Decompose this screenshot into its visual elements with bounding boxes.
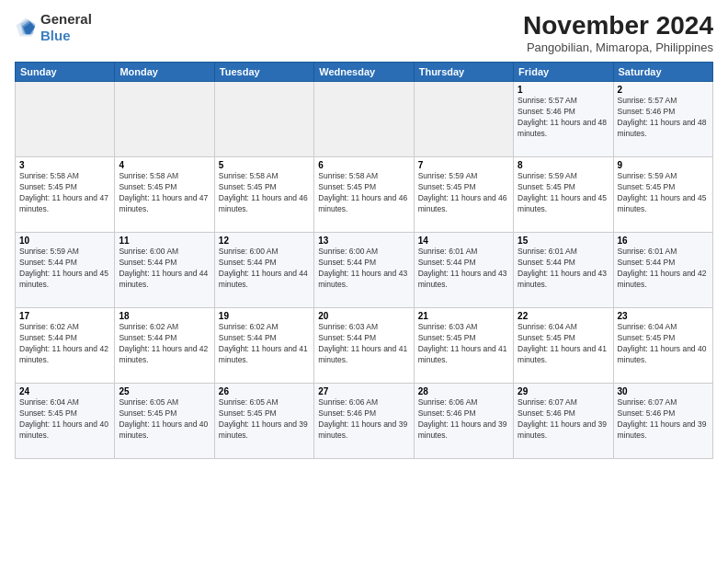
day-number: 19	[219, 311, 310, 321]
day-info: Sunrise: 5:59 AMSunset: 5:45 PMDaylight:…	[618, 171, 709, 215]
day-number: 27	[318, 386, 409, 396]
day-info: Sunrise: 6:02 AMSunset: 5:44 PMDaylight:…	[119, 322, 210, 366]
day-number: 6	[318, 160, 409, 170]
day-info: Sunrise: 6:01 AMSunset: 5:44 PMDaylight:…	[618, 247, 709, 291]
calendar-header-tuesday: Tuesday	[214, 63, 313, 82]
calendar-cell: 29Sunrise: 6:07 AMSunset: 5:46 PMDayligh…	[514, 384, 613, 459]
calendar-week-2: 3Sunrise: 5:58 AMSunset: 5:45 PMDaylight…	[16, 157, 713, 233]
calendar-cell: 6Sunrise: 5:58 AMSunset: 5:45 PMDaylight…	[314, 157, 414, 233]
day-info: Sunrise: 6:01 AMSunset: 5:44 PMDaylight:…	[418, 247, 509, 291]
day-number: 9	[618, 160, 709, 170]
day-number: 16	[618, 236, 709, 246]
calendar-cell: 18Sunrise: 6:02 AMSunset: 5:44 PMDayligh…	[115, 308, 214, 384]
calendar-cell: 27Sunrise: 6:06 AMSunset: 5:46 PMDayligh…	[314, 384, 414, 459]
day-info: Sunrise: 5:59 AMSunset: 5:45 PMDaylight:…	[518, 171, 609, 215]
day-number: 17	[19, 311, 110, 321]
calendar-cell: 24Sunrise: 6:04 AMSunset: 5:45 PMDayligh…	[16, 384, 115, 459]
day-info: Sunrise: 6:02 AMSunset: 5:44 PMDaylight:…	[219, 322, 310, 366]
logo-icon	[15, 17, 37, 39]
calendar-cell: 25Sunrise: 6:05 AMSunset: 5:45 PMDayligh…	[115, 384, 214, 459]
day-info: Sunrise: 6:03 AMSunset: 5:45 PMDaylight:…	[418, 322, 509, 366]
calendar-header-sunday: Sunday	[16, 63, 115, 82]
day-info: Sunrise: 6:00 AMSunset: 5:44 PMDaylight:…	[318, 247, 409, 291]
day-number: 4	[119, 160, 210, 170]
day-number: 29	[518, 386, 609, 396]
day-number: 23	[618, 311, 709, 321]
day-number: 18	[119, 311, 210, 321]
day-number: 20	[318, 311, 409, 321]
calendar-week-3: 10Sunrise: 5:59 AMSunset: 5:44 PMDayligh…	[16, 233, 713, 308]
day-info: Sunrise: 6:02 AMSunset: 5:44 PMDaylight:…	[19, 322, 110, 366]
calendar-week-5: 24Sunrise: 6:04 AMSunset: 5:45 PMDayligh…	[16, 384, 713, 459]
day-number: 24	[19, 386, 110, 396]
day-info: Sunrise: 5:59 AMSunset: 5:45 PMDaylight:…	[418, 171, 509, 215]
calendar-cell: 28Sunrise: 6:06 AMSunset: 5:46 PMDayligh…	[414, 384, 513, 459]
calendar-cell: 21Sunrise: 6:03 AMSunset: 5:45 PMDayligh…	[414, 308, 513, 384]
calendar-header-row: SundayMondayTuesdayWednesdayThursdayFrid…	[16, 63, 713, 82]
day-number: 2	[618, 85, 709, 95]
day-info: Sunrise: 6:05 AMSunset: 5:45 PMDaylight:…	[219, 397, 310, 442]
day-info: Sunrise: 6:06 AMSunset: 5:46 PMDaylight:…	[418, 397, 509, 442]
day-number: 25	[119, 386, 210, 396]
calendar-cell: 7Sunrise: 5:59 AMSunset: 5:45 PMDaylight…	[414, 157, 513, 233]
calendar-cell	[115, 82, 214, 157]
day-number: 13	[318, 236, 409, 246]
calendar-header-friday: Friday	[514, 63, 613, 82]
day-number: 1	[518, 85, 609, 95]
day-number: 28	[418, 386, 509, 396]
calendar-header-wednesday: Wednesday	[314, 63, 414, 82]
day-info: Sunrise: 5:59 AMSunset: 5:44 PMDaylight:…	[19, 247, 110, 291]
calendar-cell: 14Sunrise: 6:01 AMSunset: 5:44 PMDayligh…	[414, 233, 513, 308]
day-info: Sunrise: 5:58 AMSunset: 5:45 PMDaylight:…	[219, 171, 310, 215]
calendar-week-1: 1Sunrise: 5:57 AMSunset: 5:46 PMDaylight…	[16, 82, 713, 157]
day-number: 26	[219, 386, 310, 396]
calendar-cell	[214, 82, 313, 157]
calendar-cell: 26Sunrise: 6:05 AMSunset: 5:45 PMDayligh…	[214, 384, 313, 459]
day-info: Sunrise: 6:04 AMSunset: 5:45 PMDaylight:…	[19, 397, 110, 442]
calendar-header-monday: Monday	[115, 63, 214, 82]
calendar-cell: 17Sunrise: 6:02 AMSunset: 5:44 PMDayligh…	[16, 308, 115, 384]
day-info: Sunrise: 6:00 AMSunset: 5:44 PMDaylight:…	[219, 247, 310, 291]
calendar-cell: 15Sunrise: 6:01 AMSunset: 5:44 PMDayligh…	[514, 233, 613, 308]
calendar-cell: 4Sunrise: 5:58 AMSunset: 5:45 PMDaylight…	[115, 157, 214, 233]
title-block: November 2024 Pangobilian, Mimaropa, Phi…	[523, 11, 713, 54]
day-number: 14	[418, 236, 509, 246]
day-info: Sunrise: 6:00 AMSunset: 5:44 PMDaylight:…	[119, 247, 210, 291]
day-info: Sunrise: 6:06 AMSunset: 5:46 PMDaylight:…	[318, 397, 409, 442]
calendar-cell: 8Sunrise: 5:59 AMSunset: 5:45 PMDaylight…	[514, 157, 613, 233]
day-info: Sunrise: 5:57 AMSunset: 5:46 PMDaylight:…	[618, 96, 709, 140]
calendar-cell: 1Sunrise: 5:57 AMSunset: 5:46 PMDaylight…	[514, 82, 613, 157]
day-info: Sunrise: 5:57 AMSunset: 5:46 PMDaylight:…	[518, 96, 609, 140]
calendar-cell: 5Sunrise: 5:58 AMSunset: 5:45 PMDaylight…	[214, 157, 313, 233]
day-info: Sunrise: 6:04 AMSunset: 5:45 PMDaylight:…	[618, 322, 709, 366]
calendar-week-4: 17Sunrise: 6:02 AMSunset: 5:44 PMDayligh…	[16, 308, 713, 384]
day-number: 8	[518, 160, 609, 170]
day-info: Sunrise: 5:58 AMSunset: 5:45 PMDaylight:…	[119, 171, 210, 215]
day-number: 10	[19, 236, 110, 246]
day-info: Sunrise: 6:07 AMSunset: 5:46 PMDaylight:…	[618, 397, 709, 442]
day-number: 22	[518, 311, 609, 321]
day-info: Sunrise: 6:04 AMSunset: 5:45 PMDaylight:…	[518, 322, 609, 366]
calendar-cell: 20Sunrise: 6:03 AMSunset: 5:44 PMDayligh…	[314, 308, 414, 384]
calendar-cell: 11Sunrise: 6:00 AMSunset: 5:44 PMDayligh…	[115, 233, 214, 308]
day-info: Sunrise: 6:05 AMSunset: 5:45 PMDaylight:…	[119, 397, 210, 442]
day-info: Sunrise: 6:07 AMSunset: 5:46 PMDaylight:…	[518, 397, 609, 442]
calendar-cell	[314, 82, 414, 157]
day-number: 11	[119, 236, 210, 246]
day-info: Sunrise: 6:03 AMSunset: 5:44 PMDaylight:…	[318, 322, 409, 366]
day-info: Sunrise: 5:58 AMSunset: 5:45 PMDaylight:…	[318, 171, 409, 215]
calendar-cell: 2Sunrise: 5:57 AMSunset: 5:46 PMDaylight…	[613, 82, 712, 157]
calendar-cell: 30Sunrise: 6:07 AMSunset: 5:46 PMDayligh…	[613, 384, 712, 459]
day-number: 7	[418, 160, 509, 170]
calendar-cell: 22Sunrise: 6:04 AMSunset: 5:45 PMDayligh…	[514, 308, 613, 384]
day-number: 15	[518, 236, 609, 246]
calendar-cell	[16, 82, 115, 157]
calendar-cell: 19Sunrise: 6:02 AMSunset: 5:44 PMDayligh…	[214, 308, 313, 384]
day-info: Sunrise: 6:01 AMSunset: 5:44 PMDaylight:…	[518, 247, 609, 291]
calendar-table: SundayMondayTuesdayWednesdayThursdayFrid…	[15, 62, 713, 459]
day-number: 12	[219, 236, 310, 246]
logo-blue-text: Blue	[40, 28, 71, 43]
calendar-cell: 10Sunrise: 5:59 AMSunset: 5:44 PMDayligh…	[16, 233, 115, 308]
calendar-header-saturday: Saturday	[613, 63, 712, 82]
day-info: Sunrise: 5:58 AMSunset: 5:45 PMDaylight:…	[19, 171, 110, 215]
